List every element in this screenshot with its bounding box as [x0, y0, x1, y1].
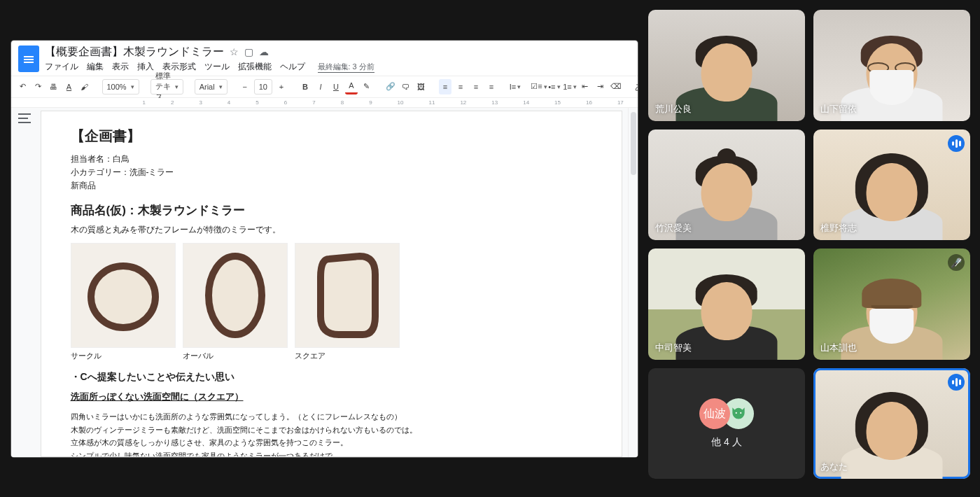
font-dropdown[interactable]: Arial [195, 79, 227, 94]
indent-decrease-button[interactable]: ⇤ [579, 79, 592, 94]
mirror-circle: サークル [71, 243, 176, 361]
paint-format-button[interactable]: 🖌 [78, 79, 91, 94]
doc-meta-line: 担当者名：白鳥 [71, 153, 594, 166]
proposal-heading: ・Cへ提案したいことや伝えたい思い [71, 371, 594, 384]
participant-tile[interactable]: 中司智美 [648, 248, 805, 360]
menu-view[interactable]: 表示 [112, 61, 129, 73]
participant-tile[interactable]: 竹沢愛美 [648, 130, 805, 241]
redo-button[interactable]: ↷ [32, 79, 45, 94]
spellcheck-button[interactable]: A [63, 79, 76, 94]
docs-body: 【企画書】 担当者名：白鳥 小カテゴリー：洗面-ミラー 新商品 商品名(仮)：木… [11, 108, 638, 457]
text-color-button[interactable]: A [345, 79, 358, 94]
bulleted-list-button[interactable]: •≡ [548, 79, 561, 94]
add-comment-button[interactable]: 🗨 [400, 79, 412, 94]
ruler-mark: 13 [491, 99, 498, 106]
align-right-button[interactable]: ≡ [470, 79, 482, 94]
cloud-status-icon: ☁ [259, 46, 269, 57]
document-page[interactable]: 【企画書】 担当者名：白鳥 小カテゴリー：洗面-ミラー 新商品 商品名(仮)：木… [41, 111, 622, 457]
mirror-square-image[interactable] [295, 243, 400, 348]
docs-left-sidebar [11, 108, 38, 457]
clear-formatting-button[interactable]: ⌫ [610, 79, 622, 94]
participant-tile[interactable]: 山下留依 [813, 10, 970, 121]
body-paragraph: 四角いミラーはいかにも洗面所のような雰囲気になってしまう。（とくにフレームレスな… [71, 410, 594, 456]
avatar-initial: 仙波 [699, 398, 730, 429]
muted-icon: 🎤̸ [948, 254, 965, 271]
bold-button[interactable]: B [299, 79, 312, 94]
body-line: 立体感が木の質感をしっかり感じさせ、家具のような雰囲気を持つこのミラー。 [71, 436, 594, 449]
doc-title[interactable]: 【概要企画書】木製ラウンドミラー [45, 45, 224, 59]
ruler-mark: 17 [617, 99, 624, 106]
ruler-mark: 14 [523, 99, 529, 106]
self-tile[interactable]: あなた [813, 368, 970, 479]
highlight-button[interactable]: ✎ [360, 79, 373, 94]
others-tile[interactable]: 仙波 他 4 人 [648, 368, 805, 479]
last-edit-label[interactable]: 最終編集: 3 分前 [318, 62, 374, 73]
outline-icon[interactable] [18, 113, 31, 123]
undo-button[interactable]: ↶ [17, 79, 29, 94]
meet-app: 【概要企画書】木製ラウンドミラー ☆ ▢ ☁ ファイル 編集 表示 挿入 表示形… [0, 0, 980, 497]
participant-tile[interactable]: 椎野将志 [813, 130, 970, 241]
align-justify-button[interactable]: ≡ [485, 79, 498, 94]
google-docs-window: 【概要企画書】木製ラウンドミラー ☆ ▢ ☁ ファイル 編集 表示 挿入 表示形… [11, 41, 638, 457]
participant-name: 山下留依 [820, 103, 857, 115]
participant-tile[interactable]: 荒川公良 [648, 10, 805, 121]
underline-button[interactable]: U [330, 79, 342, 94]
participant-grid: 荒川公良 山下留依 竹沢愛美 椎野将志 中司智美 🎤̸ 山本訓也 [648, 10, 970, 487]
menu-help[interactable]: ヘルプ [280, 61, 305, 73]
participant-name: 山本訓也 [820, 342, 857, 354]
docs-ruler[interactable]: 1 2 3 4 5 6 7 8 9 10 11 12 13 14 15 16 1… [11, 98, 638, 108]
line-spacing-button[interactable]: I≡ [509, 79, 522, 94]
ruler-mark: 3 [199, 99, 202, 106]
mirror-square: スクエア [295, 243, 400, 361]
presentation-area: 【概要企画書】木製ラウンドミラー ☆ ▢ ☁ ファイル 編集 表示 挿入 表示形… [10, 10, 638, 487]
zoom-dropdown[interactable]: 100% [102, 79, 139, 94]
numbered-list-button[interactable]: 1≡ [564, 79, 576, 94]
google-docs-logo-icon [18, 46, 39, 72]
ruler-mark: 15 [554, 99, 561, 106]
svg-point-1 [209, 256, 262, 335]
menu-extensions[interactable]: 拡張機能 [238, 61, 272, 73]
star-icon[interactable]: ☆ [230, 46, 239, 57]
participant-name: 荒川公良 [655, 103, 692, 115]
checklist-button[interactable]: ☑≡ [533, 79, 545, 94]
ruler-mark: 8 [341, 99, 344, 106]
scrollbar[interactable] [628, 108, 638, 457]
participant-name: 竹沢愛美 [655, 222, 692, 234]
others-count-label: 他 4 人 [711, 436, 742, 449]
insert-image-button[interactable]: 🖼 [415, 79, 428, 94]
ruler-mark: 10 [398, 99, 404, 106]
mirror-caption: オーバル [183, 348, 288, 361]
mirror-caption: スクエア [295, 348, 400, 361]
mirror-oval-image[interactable] [183, 243, 288, 348]
font-size-decrement[interactable]: − [239, 79, 251, 94]
input-tools-button[interactable]: あ [634, 79, 638, 94]
ruler-mark: 2 [171, 99, 174, 106]
menu-insert[interactable]: 挿入 [137, 61, 154, 73]
paragraph-style-dropdown[interactable]: 標準テキス… [150, 79, 183, 94]
body-line: 木製のヴィンテージミラーも素敵だけど、洗面空間にそこまでお金はかけられない方もい… [71, 424, 594, 437]
mirror-oval: オーバル [183, 243, 288, 361]
mirror-caption: サークル [71, 348, 176, 361]
print-button[interactable]: 🖶 [48, 79, 60, 94]
move-icon[interactable]: ▢ [244, 46, 253, 57]
svg-point-3 [740, 412, 741, 414]
others-avatars: 仙波 [699, 398, 754, 429]
participant-tile[interactable]: 🎤̸ 山本訓也 [813, 248, 970, 360]
menu-tools[interactable]: ツール [204, 61, 230, 73]
insert-link-button[interactable]: 🔗 [384, 79, 397, 94]
doc-heading: 【企画書】 [71, 127, 594, 146]
font-size-input[interactable]: 10 [254, 79, 272, 94]
menu-edit[interactable]: 編集 [87, 61, 104, 73]
mirror-circle-image[interactable] [71, 243, 176, 348]
body-line: 四角いミラーはいかにも洗面所のような雰囲気になってしまう。（とくにフレームレスな… [71, 410, 594, 424]
align-center-button[interactable]: ≡ [454, 79, 467, 94]
speaking-icon [948, 374, 965, 391]
menu-file[interactable]: ファイル [45, 61, 78, 73]
italic-button[interactable]: I [314, 79, 327, 94]
font-size-increment[interactable]: + [275, 79, 288, 94]
docs-menubar: ファイル 編集 表示 挿入 表示形式 ツール 拡張機能 ヘルプ 最終編集: 3 … [45, 61, 631, 73]
docs-titlebar: 【概要企画書】木製ラウンドミラー ☆ ▢ ☁ ファイル 編集 表示 挿入 表示形… [45, 45, 631, 73]
mirror-image-row: サークル オーバル スクエア [71, 243, 594, 361]
align-left-button[interactable]: ≡ [439, 79, 451, 94]
indent-increase-button[interactable]: ⇥ [594, 79, 607, 94]
